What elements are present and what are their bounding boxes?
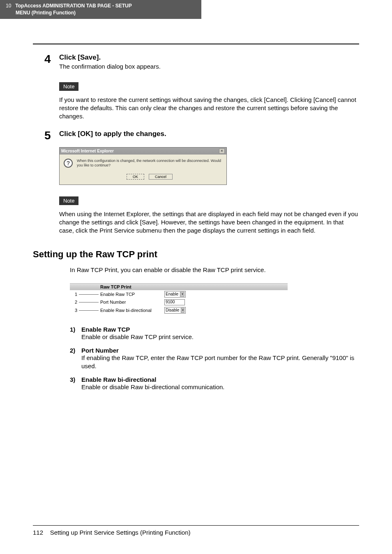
footer-rule xyxy=(33,525,359,526)
page-footer: 112 Setting up Print Service Settings (P… xyxy=(33,525,359,536)
step-title: Click [Save]. xyxy=(59,53,392,62)
dialog-title: Microsoft Internet Explorer xyxy=(61,149,114,153)
raw-tcp-row: 2 Port Number 9100 xyxy=(70,298,288,306)
port-number-input[interactable]: 9100 xyxy=(164,299,185,305)
dialog-message: When this configuration is changed, the … xyxy=(77,159,222,168)
footer-title: Setting up Print Service Settings (Print… xyxy=(50,529,191,536)
close-icon[interactable]: × xyxy=(219,148,225,154)
chevron-down-icon: ▾ xyxy=(181,308,184,313)
note-text: When using the Internet Explorer, the se… xyxy=(59,210,359,235)
definitions-list: 1) Enable Raw TCP Enable or disable Raw … xyxy=(70,326,359,392)
field-label: Port Number xyxy=(99,300,164,305)
page-number: 112 xyxy=(33,529,43,536)
definition-number: 3) xyxy=(70,376,81,391)
chapter-header-tab: 10 TopAccess ADMINISTRATION TAB PAGE - S… xyxy=(0,0,201,19)
field-label: Enable Raw bi-directional xyxy=(99,308,164,313)
leader-line xyxy=(79,310,99,311)
step-number: 4 xyxy=(44,53,53,71)
leader-line xyxy=(79,302,99,302)
definition-title: Enable Raw bi-directional xyxy=(81,376,359,383)
enable-raw-bidir-dropdown[interactable]: Disable ▾ xyxy=(164,307,186,314)
chapter-title-line2: MENU (Printing Function) xyxy=(16,10,76,16)
raw-tcp-heading: Raw TCP Print xyxy=(70,283,288,290)
enable-raw-tcp-dropdown[interactable]: Enable ▾ xyxy=(164,291,186,298)
leader-line xyxy=(79,294,99,295)
section-intro: In Raw TCP Print, you can enable or disa… xyxy=(70,266,392,273)
definition-item: 3) Enable Raw bi-directional Enable or d… xyxy=(70,376,359,391)
step-text: The confirmation dialog box appears. xyxy=(59,62,392,71)
ok-button[interactable]: OK xyxy=(127,174,144,180)
note-label: Note xyxy=(59,196,78,205)
ie-dialog-screenshot: Microsoft Internet Explorer × ? When thi… xyxy=(59,147,227,185)
definition-item: 2) Port Number If enabling the Raw TCP, … xyxy=(70,347,359,371)
raw-tcp-settings-screenshot: Raw TCP Print 1 Enable Raw TCP Enable ▾ … xyxy=(70,283,288,314)
step-5: 5 Click [OK] to apply the changes. xyxy=(44,130,392,141)
chevron-down-icon: ▾ xyxy=(180,292,184,297)
definition-title: Enable Raw TCP xyxy=(81,326,359,333)
question-icon: ? xyxy=(64,159,73,168)
step-number: 5 xyxy=(44,130,53,141)
note-label: Note xyxy=(59,82,78,91)
callout-number: 1 xyxy=(70,292,77,297)
dropdown-value: Disable xyxy=(166,308,179,312)
dialog-titlebar: Microsoft Internet Explorer × xyxy=(60,148,226,155)
callout-number: 2 xyxy=(70,300,77,305)
raw-tcp-row: 3 Enable Raw bi-directional Disable ▾ xyxy=(70,306,288,314)
definition-text: Enable or disable Raw bi-directional com… xyxy=(81,383,359,391)
cancel-button[interactable]: Cancel xyxy=(149,174,173,180)
top-horizontal-rule xyxy=(33,44,359,44)
callout-number: 3 xyxy=(70,308,77,313)
section-heading: Setting up the Raw TCP print xyxy=(33,249,392,260)
step-4: 4 Click [Save]. The confirmation dialog … xyxy=(44,53,392,71)
raw-tcp-row: 1 Enable Raw TCP Enable ▾ xyxy=(70,290,288,298)
definition-title: Port Number xyxy=(81,347,359,354)
definition-text: If enabling the Raw TCP, enter the Raw T… xyxy=(81,354,359,371)
definition-number: 2) xyxy=(70,347,81,371)
step-title: Click [OK] to apply the changes. xyxy=(59,130,392,138)
definition-number: 1) xyxy=(70,326,81,341)
definition-item: 1) Enable Raw TCP Enable or disable Raw … xyxy=(70,326,359,341)
field-label: Enable Raw TCP xyxy=(99,292,164,297)
note-text: If you want to restore the current setti… xyxy=(59,96,359,121)
chapter-number: 10 xyxy=(6,2,14,9)
chapter-title-line1: TopAccess ADMINISTRATION TAB PAGE - SETU… xyxy=(15,3,131,9)
dropdown-value: Enable xyxy=(166,292,178,296)
definition-text: Enable or disable Raw TCP print service. xyxy=(81,333,359,341)
